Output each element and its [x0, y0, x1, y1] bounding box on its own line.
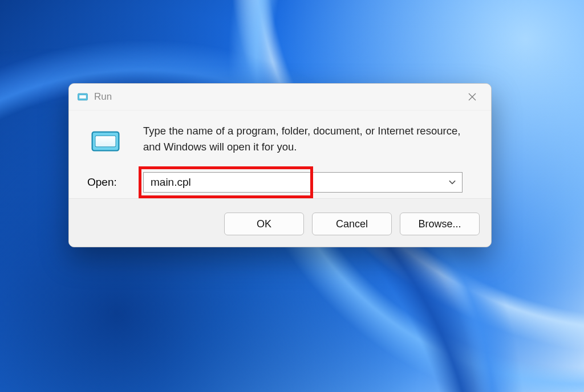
dialog-buttons: OK Cancel Browse... [69, 198, 491, 247]
chevron-down-icon [448, 178, 456, 186]
close-icon [468, 92, 477, 101]
open-combobox[interactable] [143, 172, 463, 193]
dialog-body: Type the name of a program, folder, docu… [69, 111, 491, 198]
open-input[interactable] [144, 173, 443, 192]
ok-button[interactable]: OK [224, 213, 304, 235]
run-app-icon [77, 91, 88, 103]
dialog-description: Type the name of a program, folder, docu… [143, 123, 473, 155]
desktop-background: Run [0, 0, 584, 392]
titlebar: Run [69, 84, 491, 111]
browse-button[interactable]: Browse... [400, 213, 480, 235]
cancel-button[interactable]: Cancel [312, 213, 392, 235]
open-field-container [143, 172, 473, 193]
window-title: Run [94, 91, 112, 103]
run-large-icon [90, 125, 121, 157]
open-label: Open: [87, 176, 133, 189]
svg-rect-6 [96, 136, 116, 147]
run-dialog: Run [68, 83, 492, 247]
dropdown-button[interactable] [443, 173, 462, 192]
close-button[interactable] [459, 84, 485, 110]
svg-rect-1 [79, 95, 87, 99]
